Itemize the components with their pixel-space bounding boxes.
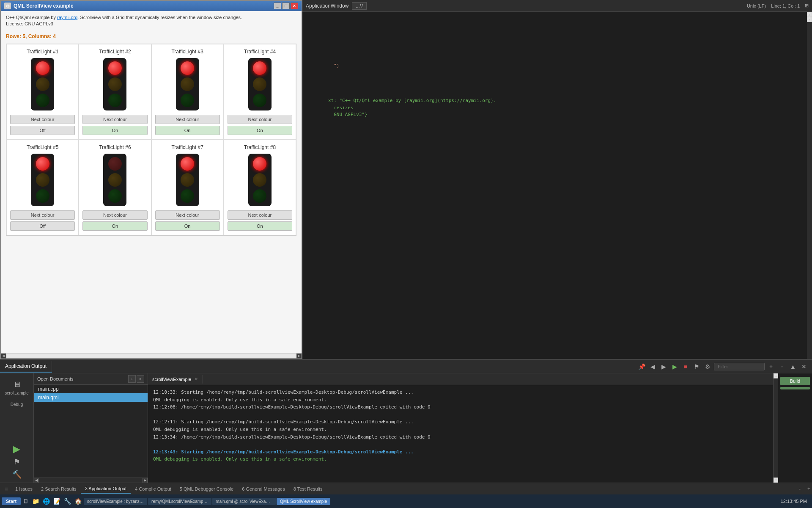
settings-btn[interactable]: ⚙ bbox=[703, 362, 712, 371]
scroll-down-btn[interactable]: ▼ bbox=[807, 17, 812, 22]
expand-icon[interactable]: ⊞ bbox=[805, 3, 809, 8]
close-button[interactable]: ✕ bbox=[291, 3, 298, 9]
editor-filename: ApplicationWindow bbox=[306, 3, 348, 9]
footer-tab-2--Search-Results[interactable]: 2 Search Results bbox=[37, 485, 81, 493]
yellow-bulb-4 bbox=[253, 77, 266, 91]
log-line bbox=[153, 411, 768, 419]
code-line-8: ") bbox=[306, 63, 804, 70]
prev-btn[interactable]: ◀ bbox=[648, 362, 657, 371]
toggle-btn-6[interactable]: On bbox=[82, 221, 147, 231]
debug-btn[interactable]: ⚑ bbox=[692, 362, 701, 371]
docs-scroll-right[interactable]: ▶ bbox=[143, 478, 148, 483]
application-output-tab[interactable]: Application Output bbox=[0, 361, 52, 373]
toggle-btn-7[interactable]: On bbox=[155, 221, 220, 231]
scroll-up-btn[interactable]: ▲ bbox=[807, 12, 812, 17]
add-doc-btn[interactable]: + bbox=[128, 375, 136, 383]
green-bulb-4 bbox=[253, 94, 266, 107]
code-line-1 bbox=[306, 14, 804, 21]
taskbar-start-button[interactable]: Start bbox=[2, 497, 21, 505]
plus-btn[interactable]: + bbox=[766, 362, 776, 371]
docs-scroll-left[interactable]: ◀ bbox=[34, 478, 39, 483]
footer-tab-6--General-Messages[interactable]: 6 General Messages bbox=[238, 485, 289, 493]
next-colour-btn-8[interactable]: Next colour bbox=[228, 210, 292, 220]
scroll-right-btn[interactable]: ▶ bbox=[296, 353, 302, 359]
sidebar-label: scrol...ample bbox=[5, 391, 29, 395]
footer-tab-1--Issues[interactable]: 1 Issues bbox=[11, 485, 37, 493]
run-main-btn[interactable]: ▶ bbox=[12, 444, 22, 454]
minimize-button[interactable]: _ bbox=[274, 3, 281, 9]
scroll-left-btn[interactable]: ◀ bbox=[1, 353, 6, 359]
collapse-btn[interactable]: ▲ bbox=[788, 362, 798, 371]
pin-tool-btn[interactable]: 📌 bbox=[637, 362, 646, 371]
main-container: ⚙ QML ScrollView example _ □ ✕ C++ Qt/Qm… bbox=[0, 0, 812, 508]
traffic-cell-7: TrafficLight #7Next colourOn bbox=[151, 140, 224, 235]
taskbar-icon[interactable]: 📁 bbox=[31, 498, 41, 505]
build-tool-btn[interactable]: 🔨 bbox=[12, 470, 22, 479]
toggle-btn-4[interactable]: On bbox=[228, 126, 292, 135]
next-colour-btn-2[interactable]: Next colour bbox=[82, 115, 147, 124]
sidebar-app-item[interactable]: 🖥 scrol...ample bbox=[0, 377, 33, 399]
footer-collapse-btn[interactable]: ≡ bbox=[2, 484, 11, 494]
footer-tab-3--Application-Output[interactable]: 3 Application Output bbox=[81, 484, 131, 494]
encoding-status: Unix (LF) bbox=[747, 3, 766, 8]
next-btn[interactable]: ▶ bbox=[659, 362, 668, 371]
stop-btn[interactable]: ■ bbox=[681, 362, 690, 371]
taskbar-item-2[interactable]: main.qml @ scrollViewExample [m... bbox=[212, 498, 276, 505]
search-bar[interactable]: ...*/ bbox=[352, 2, 367, 10]
toggle-btn-2[interactable]: On bbox=[82, 126, 147, 135]
app-scrollbar-horizontal[interactable]: ◀ ▶ bbox=[1, 353, 302, 358]
traffic-title-8: TrafficLight #8 bbox=[244, 144, 276, 150]
taskbar-icon[interactable]: 🔧 bbox=[63, 498, 72, 505]
next-colour-btn-7[interactable]: Next colour bbox=[155, 210, 220, 220]
doc-item-main-qml[interactable]: main.qml bbox=[34, 393, 148, 402]
open-docs-controls: + × bbox=[128, 375, 144, 383]
next-colour-btn-3[interactable]: Next colour bbox=[155, 115, 220, 124]
red-bulb-6 bbox=[108, 157, 122, 171]
toggle-btn-5[interactable]: Off bbox=[10, 221, 75, 231]
next-colour-btn-4[interactable]: Next colour bbox=[228, 115, 292, 124]
next-colour-btn-1[interactable]: Next colour bbox=[10, 115, 75, 124]
code-line-4 bbox=[306, 35, 804, 42]
toggle-btn-1[interactable]: Off bbox=[10, 126, 75, 135]
footer-tab-5--QML-Debugger-Console[interactable]: 5 QML Debugger Console bbox=[176, 485, 238, 493]
docs-hscroll[interactable]: ◀ ▶ bbox=[34, 478, 148, 483]
footer-plus-btn[interactable]: + bbox=[807, 486, 810, 492]
taskbar-item-0[interactable]: scrollViewExample : byzanz-record... bbox=[84, 498, 147, 505]
build-button[interactable]: Build bbox=[780, 377, 810, 385]
taskbar-item-1[interactable]: remy/QMLscrollViewExample - QM... bbox=[148, 498, 211, 505]
run-btn[interactable]: ▶ bbox=[670, 362, 679, 371]
editor-code[interactable]: ") xt: "C++ Qt/Qml example by [raymii.or… bbox=[302, 12, 807, 359]
close-panel-btn[interactable]: ✕ bbox=[799, 362, 809, 371]
toggle-btn-8[interactable]: On bbox=[228, 221, 292, 231]
maximize-button[interactable]: □ bbox=[282, 3, 290, 9]
editor-scrollbar[interactable]: ▲ ▼ bbox=[807, 12, 812, 359]
minus-btn[interactable]: - bbox=[777, 362, 787, 371]
footer-tab-4--Compile-Output[interactable]: 4 Compile Output bbox=[131, 485, 176, 493]
footer-minus-btn[interactable]: - bbox=[799, 486, 801, 492]
toggle-btn-3[interactable]: On bbox=[155, 126, 220, 135]
red-bulb-5 bbox=[36, 157, 49, 171]
traffic-cell-4: TrafficLight #4Next colourOn bbox=[224, 44, 296, 140]
remove-doc-btn[interactable]: × bbox=[137, 375, 144, 383]
yellow-bulb-8 bbox=[253, 173, 266, 187]
output-vscroll[interactable]: ▲ ▼ bbox=[773, 373, 778, 483]
close-tab-btn[interactable]: ✕ bbox=[195, 377, 198, 381]
doc-item-main-cpp[interactable]: main.cpp bbox=[34, 385, 148, 393]
taskbar-icon[interactable]: 🖥 bbox=[22, 498, 30, 505]
taskbar-item-3[interactable]: QML ScrollView example bbox=[277, 498, 330, 505]
taskbar-icon[interactable]: 🌐 bbox=[41, 498, 51, 505]
next-colour-btn-5[interactable]: Next colour bbox=[10, 210, 75, 220]
footer-tab-8--Test-Results[interactable]: 8 Test Results bbox=[289, 485, 327, 493]
app-titlebar: ⚙ QML ScrollView example _ □ ✕ bbox=[1, 1, 302, 11]
next-colour-btn-6[interactable]: Next colour bbox=[82, 210, 147, 220]
open-docs-header: Open Documents + × bbox=[34, 373, 148, 385]
output-tab-scrollViewExample[interactable]: scrollViewExample ✕ bbox=[148, 375, 203, 384]
taskbar-icon[interactable]: 📝 bbox=[52, 498, 62, 505]
filter-input[interactable] bbox=[714, 363, 765, 370]
desc-link[interactable]: raymii.org bbox=[57, 15, 77, 20]
sidebar-debug-item[interactable]: Debug bbox=[0, 399, 33, 410]
debug-main-btn[interactable]: ⚑ bbox=[12, 457, 22, 467]
code-line-14: resizes bbox=[306, 105, 804, 112]
log-line: 12:10:33: Starting /home/remy/tmp/build-… bbox=[153, 389, 768, 396]
taskbar-icon[interactable]: 🏠 bbox=[73, 498, 83, 505]
